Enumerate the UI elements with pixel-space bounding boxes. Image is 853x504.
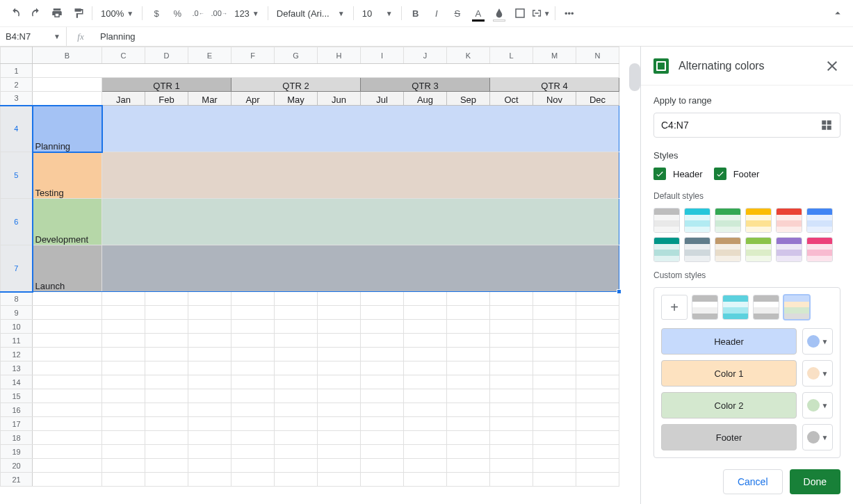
cancel-button[interactable]: Cancel bbox=[723, 469, 783, 494]
header-checkbox[interactable]: Header bbox=[653, 168, 703, 180]
footer-color-picker[interactable]: ▼ bbox=[802, 424, 833, 450]
row-header[interactable]: 5 bbox=[1, 152, 33, 199]
custom-style-swatch[interactable] bbox=[692, 295, 718, 320]
redo-button[interactable] bbox=[26, 3, 46, 23]
cell-month[interactable]: Oct bbox=[490, 92, 533, 106]
style-swatch[interactable] bbox=[776, 208, 802, 233]
row-header[interactable]: 21 bbox=[1, 473, 33, 487]
row-header[interactable]: 6 bbox=[1, 199, 33, 245]
col-header[interactable]: E bbox=[188, 47, 231, 64]
cell-qtr1[interactable]: QTR 1 bbox=[102, 78, 231, 92]
cell-month[interactable]: Jul bbox=[361, 92, 404, 106]
percent-button[interactable]: % bbox=[168, 3, 187, 23]
row-header[interactable]: 18 bbox=[1, 431, 33, 445]
cell-phase[interactable]: Testing bbox=[33, 152, 102, 199]
print-button[interactable] bbox=[47, 3, 67, 23]
row-header[interactable]: 10 bbox=[1, 320, 33, 334]
cell-qtr2[interactable]: QTR 2 bbox=[231, 78, 361, 92]
text-color-button[interactable]: A bbox=[469, 3, 488, 23]
italic-button[interactable]: I bbox=[427, 3, 446, 23]
row-header[interactable]: 2 bbox=[1, 78, 33, 92]
zoom-select[interactable]: 100%▼ bbox=[97, 4, 138, 22]
row-header[interactable]: 8 bbox=[1, 292, 33, 306]
more-formats-select[interactable]: 123▼ bbox=[230, 4, 263, 22]
style-swatch[interactable] bbox=[806, 208, 833, 233]
add-custom-style-button[interactable]: + bbox=[661, 295, 688, 320]
col-header[interactable]: K bbox=[447, 47, 490, 64]
merge-button[interactable]: ▼ bbox=[531, 3, 551, 23]
col-header[interactable]: M bbox=[533, 47, 576, 64]
select-all-corner[interactable] bbox=[1, 47, 33, 64]
row-header[interactable]: 4 bbox=[1, 106, 33, 152]
style-swatch[interactable] bbox=[653, 237, 680, 262]
col-header[interactable]: G bbox=[275, 47, 318, 64]
cell-phase[interactable]: Planning bbox=[33, 106, 102, 152]
range-input[interactable]: C4:N7 bbox=[653, 113, 840, 138]
paint-format-button[interactable] bbox=[68, 3, 88, 23]
row-header[interactable]: 9 bbox=[1, 306, 33, 320]
increase-decimal-button[interactable]: .00→ bbox=[209, 3, 229, 23]
style-swatch[interactable] bbox=[684, 208, 710, 233]
color1-picker[interactable]: ▼ bbox=[802, 360, 833, 387]
borders-button[interactable] bbox=[510, 3, 530, 23]
cell-month[interactable]: Feb bbox=[145, 92, 188, 106]
style-swatch[interactable] bbox=[806, 237, 833, 262]
col-header[interactable]: H bbox=[318, 47, 361, 64]
spreadsheet-grid[interactable]: B C D E F G H I J K L M N 1 2 QTR 1 QTR … bbox=[0, 47, 640, 504]
footer-checkbox[interactable]: Footer bbox=[714, 168, 760, 180]
col-header[interactable]: I bbox=[361, 47, 404, 64]
row-header[interactable]: 12 bbox=[1, 348, 33, 361]
style-swatch[interactable] bbox=[653, 208, 680, 233]
col-header[interactable]: N bbox=[576, 47, 619, 64]
style-swatch[interactable] bbox=[745, 237, 772, 262]
custom-style-swatch[interactable] bbox=[753, 295, 779, 320]
explore-tab[interactable] bbox=[629, 63, 640, 91]
done-button[interactable]: Done bbox=[790, 469, 840, 494]
col-header[interactable]: C bbox=[102, 47, 145, 64]
font-select[interactable]: Default (Ari...▼ bbox=[273, 4, 349, 22]
col-header[interactable]: F bbox=[231, 47, 275, 64]
name-box[interactable]: B4:N7▼ bbox=[0, 27, 67, 46]
collapse-toolbar-button[interactable] bbox=[828, 3, 847, 23]
more-button[interactable]: ••• bbox=[560, 3, 579, 23]
cell-phase[interactable]: Development bbox=[33, 199, 102, 245]
col-header[interactable]: L bbox=[490, 47, 533, 64]
row-header[interactable]: 19 bbox=[1, 445, 33, 459]
row-header[interactable]: 16 bbox=[1, 403, 33, 417]
color2-picker[interactable]: ▼ bbox=[802, 392, 833, 418]
style-swatch[interactable] bbox=[715, 237, 741, 262]
header-color-picker[interactable]: ▼ bbox=[802, 328, 833, 355]
close-button[interactable] bbox=[824, 58, 840, 74]
row-header[interactable]: 20 bbox=[1, 459, 33, 473]
col-header[interactable]: J bbox=[404, 47, 447, 64]
row-header[interactable]: 1 bbox=[1, 64, 33, 78]
cell-month[interactable]: Jun bbox=[318, 92, 361, 106]
row-header[interactable]: 15 bbox=[1, 389, 33, 403]
cell-phase[interactable]: Launch bbox=[33, 245, 102, 292]
cell-month[interactable]: Apr bbox=[231, 92, 275, 106]
custom-style-swatch[interactable] bbox=[783, 295, 810, 320]
cell-month[interactable]: Dec bbox=[576, 92, 619, 106]
undo-button[interactable] bbox=[6, 3, 25, 23]
row-header[interactable]: 3 bbox=[1, 92, 33, 106]
cell-month[interactable]: May bbox=[275, 92, 318, 106]
currency-button[interactable]: $ bbox=[147, 3, 166, 23]
decrease-decimal-button[interactable]: .0← bbox=[188, 3, 208, 23]
row-header[interactable]: 13 bbox=[1, 361, 33, 375]
row-header[interactable]: 11 bbox=[1, 334, 33, 348]
bold-button[interactable]: B bbox=[406, 3, 425, 23]
font-size-select[interactable]: 10▼ bbox=[358, 4, 397, 22]
style-swatch[interactable] bbox=[745, 208, 772, 233]
custom-style-swatch[interactable] bbox=[722, 295, 749, 320]
formula-input[interactable]: Planning bbox=[95, 31, 853, 42]
col-header[interactable]: D bbox=[145, 47, 188, 64]
cell-month[interactable]: Mar bbox=[188, 92, 231, 106]
style-swatch[interactable] bbox=[776, 237, 802, 262]
style-swatch[interactable] bbox=[715, 208, 741, 233]
fill-color-button[interactable] bbox=[489, 3, 509, 23]
row-header[interactable]: 14 bbox=[1, 375, 33, 389]
col-header[interactable]: B bbox=[33, 47, 102, 64]
cell-month[interactable]: Nov bbox=[533, 92, 576, 106]
row-header[interactable]: 7 bbox=[1, 245, 33, 292]
cell-month[interactable]: Aug bbox=[404, 92, 447, 106]
